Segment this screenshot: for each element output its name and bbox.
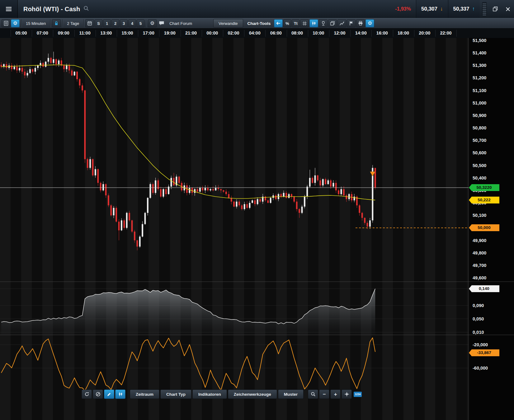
chart-type-button[interactable] bbox=[115, 390, 125, 399]
crosshair-tool-button[interactable] bbox=[319, 19, 328, 27]
pattern-tool-button[interactable] bbox=[347, 19, 356, 27]
chart-type-candle-button[interactable] bbox=[309, 19, 318, 27]
grid-toggle-button[interactable] bbox=[300, 19, 309, 27]
duplicate-chart-button[interactable] bbox=[328, 19, 337, 27]
menu-button-zeichenwerkzeuge[interactable]: Zeichenwerkzeuge bbox=[228, 390, 277, 399]
chart-settings-button[interactable]: ⚙ bbox=[11, 19, 20, 27]
time-axis-tick bbox=[11, 30, 11, 37]
time-axis-tick bbox=[435, 30, 436, 37]
zoom-out-button[interactable]: − bbox=[319, 390, 329, 399]
day-button-4[interactable]: 4 bbox=[128, 19, 136, 27]
text-tool-button[interactable]: Tt bbox=[292, 19, 299, 27]
time-axis-tick bbox=[414, 30, 414, 37]
flag-icon bbox=[349, 21, 354, 26]
percent-scale-button[interactable]: % bbox=[283, 19, 291, 27]
trendline-tool-button[interactable] bbox=[337, 19, 346, 27]
menu-button-indikatoren[interactable]: Indikatoren bbox=[192, 390, 227, 399]
lock-icon bbox=[54, 21, 59, 26]
advanced-settings-button[interactable]: ⚙ bbox=[365, 19, 374, 27]
zoom-in-button[interactable]: + bbox=[330, 390, 341, 399]
pencil-icon bbox=[107, 392, 111, 397]
trend-zigzag-icon bbox=[339, 21, 344, 26]
sell-price-button[interactable]: 50,307 ↓ bbox=[416, 0, 448, 18]
session-button[interactable]: S bbox=[95, 19, 102, 27]
price-axis[interactable]: 51,50051,40051,30051,20051,10051,00050,9… bbox=[469, 38, 514, 420]
indicator1-axis-label: 0,050 bbox=[469, 316, 514, 322]
minus-icon: − bbox=[323, 392, 326, 397]
day-button-5[interactable]: 5 bbox=[137, 19, 144, 27]
hamburger-icon bbox=[6, 7, 12, 12]
lock-button[interactable] bbox=[52, 19, 61, 27]
change-percent: -1,93% bbox=[395, 6, 411, 12]
order-ticket-button[interactable] bbox=[2, 19, 10, 27]
price-axis-label: 51,200 bbox=[469, 75, 514, 81]
undo-button[interactable] bbox=[274, 19, 283, 27]
print-button[interactable] bbox=[356, 19, 365, 27]
indicator2-axis-label: -60,000 bbox=[469, 365, 514, 371]
time-axis-label: 15:00 bbox=[117, 29, 138, 38]
scrollbar-grip[interactable] bbox=[482, 2, 487, 16]
pin-icon bbox=[321, 21, 326, 26]
bottom-toolbar: ZeitraumChart TypIndikatorenZeichenwerkz… bbox=[82, 390, 362, 399]
crosshair-mode-button[interactable] bbox=[342, 390, 352, 399]
menu-button[interactable] bbox=[0, 0, 18, 18]
time-axis-label: 11:00 bbox=[74, 29, 96, 38]
chart-forum-label[interactable]: Chart Forum bbox=[166, 21, 195, 26]
time-axis-tick bbox=[393, 30, 393, 37]
gear-icon: ⚙ bbox=[150, 21, 154, 26]
zoom-select-button[interactable] bbox=[308, 390, 318, 399]
numbers-badge-button[interactable]: 1234 bbox=[354, 392, 362, 397]
refresh-button[interactable] bbox=[82, 390, 92, 399]
time-axis-tick bbox=[244, 30, 244, 37]
instrument-title: Rohöl (WTI) - Cash bbox=[23, 6, 80, 13]
time-axis[interactable]: 05:0007:0009:0011:0013:0015:0017:0019:00… bbox=[0, 29, 514, 38]
time-axis-label: 04:00 bbox=[244, 29, 265, 38]
day-button-1[interactable]: 1 bbox=[103, 19, 111, 27]
period-dropdown[interactable]: 2 Tage bbox=[64, 21, 82, 26]
clear-drawings-button[interactable] bbox=[93, 390, 103, 399]
time-axis-tick bbox=[117, 30, 117, 37]
time-axis-label: 09:00 bbox=[53, 29, 74, 38]
day-button-3[interactable]: 3 bbox=[120, 19, 128, 27]
indicator2-badge: -33,867 bbox=[469, 349, 499, 356]
calendar-icon bbox=[87, 21, 92, 26]
day-button-2[interactable]: 2 bbox=[111, 19, 119, 27]
draw-mode-button[interactable] bbox=[104, 390, 114, 399]
indicator2-panel[interactable] bbox=[0, 335, 469, 420]
panel-separator[interactable] bbox=[0, 335, 514, 335]
time-axis-tick bbox=[138, 30, 138, 37]
indicator-settings-button[interactable]: ⚙ bbox=[148, 19, 157, 27]
plus-icon: + bbox=[334, 392, 337, 397]
menu-button-chart-typ[interactable]: Chart Typ bbox=[160, 390, 191, 399]
main-price-chart[interactable] bbox=[0, 38, 469, 282]
panel-separator[interactable] bbox=[0, 282, 514, 282]
buy-arrow-up-icon: ↑ bbox=[472, 6, 475, 12]
buy-price-button[interactable]: 50,337 ↑ bbox=[448, 0, 480, 18]
price-axis-label: 51,400 bbox=[469, 50, 514, 56]
magnifier-icon bbox=[311, 392, 316, 397]
indicator1-panel[interactable] bbox=[0, 282, 469, 335]
chart-forum-button[interactable] bbox=[157, 19, 166, 27]
gear-icon: ⚙ bbox=[13, 21, 17, 26]
sell-marker-icon bbox=[370, 172, 375, 176]
time-axis-tick bbox=[308, 30, 308, 37]
time-axis-tick bbox=[223, 30, 223, 37]
chart-plot-area[interactable] bbox=[0, 38, 469, 420]
menu-button-muster[interactable]: Muster bbox=[278, 390, 304, 399]
trading-chart-window: Rohöl (WTI) - Cash -1,93% 50,307 ↓ 50,33… bbox=[0, 0, 514, 420]
calendar-button[interactable] bbox=[85, 19, 94, 27]
menu-button-zeitraum[interactable]: Zeitraum bbox=[130, 390, 159, 399]
sell-price: 50,307 bbox=[421, 6, 437, 12]
search-icon[interactable] bbox=[83, 5, 89, 13]
toolbar-separator bbox=[21, 19, 21, 27]
window-close-button[interactable] bbox=[503, 4, 513, 14]
time-axis-label: 05:00 bbox=[11, 29, 32, 38]
time-axis-tick bbox=[181, 30, 181, 37]
time-axis-label: 02:00 bbox=[223, 29, 244, 38]
verwandte-button[interactable]: Verwandte bbox=[213, 19, 243, 28]
chart-toolbar: ⚙ 15 Minuten 2 Tage S 12345 ⚙ Chart Foru… bbox=[0, 18, 514, 29]
timeframe-dropdown[interactable]: 15 Minuten bbox=[23, 21, 49, 26]
price-axis-label: 51,500 bbox=[469, 38, 514, 43]
window-expand-button[interactable] bbox=[490, 4, 500, 14]
indicator2-axis-label: -20,000 bbox=[469, 342, 514, 348]
